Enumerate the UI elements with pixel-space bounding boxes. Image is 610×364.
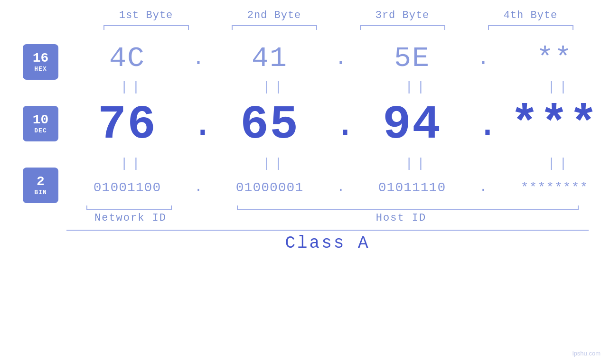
hex-sep1: . bbox=[191, 48, 206, 69]
dec-badge-label: DEC bbox=[34, 127, 47, 134]
hex-sep3: . bbox=[476, 48, 490, 69]
hex-badge: 16 HEX bbox=[23, 44, 58, 80]
hex-row: 4C . 41 . 5E . ** bbox=[63, 39, 610, 77]
network-bracket-line bbox=[86, 205, 172, 210]
eq2-b1: || bbox=[68, 154, 196, 173]
bottom-section: Network ID Host ID Class A bbox=[0, 205, 610, 253]
dec-b1: 76 bbox=[98, 98, 157, 152]
eq1-b3: || bbox=[353, 77, 481, 97]
dec-sep2: . bbox=[334, 106, 348, 144]
hex-b1: 4C bbox=[109, 42, 145, 75]
bin-sep3: . bbox=[476, 181, 490, 194]
dec-sep1: . bbox=[191, 106, 206, 144]
main-container: 1st Byte 2nd Byte 3rd Byte 4th Byte 16 H… bbox=[0, 0, 610, 364]
dec-sep3: . bbox=[476, 106, 490, 144]
bottom-id-labels: Network ID Host ID bbox=[66, 212, 610, 224]
bin-b1-cell: 01001100 bbox=[63, 180, 191, 195]
bin-b4: ******** bbox=[521, 180, 588, 195]
eq1-b4: || bbox=[495, 77, 610, 97]
hex-b2-cell: 41 bbox=[206, 42, 334, 75]
hex-b3: 5E bbox=[394, 42, 430, 75]
dec-row: 76 . 65 . 94 . *** bbox=[63, 97, 610, 154]
bin-row: 01001100 . 01000001 . 01011110 . *******… bbox=[63, 173, 610, 202]
eq1-b2: || bbox=[210, 77, 338, 97]
byte2-header: 2nd Byte bbox=[210, 9, 338, 21]
top-brackets bbox=[0, 25, 610, 30]
dec-badge: 10 DEC bbox=[23, 106, 58, 141]
bracket-byte4 bbox=[467, 25, 595, 30]
bin-badge: 2 BIN bbox=[23, 168, 58, 203]
eq2-b2: || bbox=[210, 154, 338, 173]
byte4-header: 4th Byte bbox=[467, 9, 595, 21]
network-bracket-wrap bbox=[66, 205, 192, 210]
bracket-byte1 bbox=[82, 25, 210, 30]
hex-b2: 41 bbox=[252, 42, 288, 75]
bin-b2-cell: 01000001 bbox=[206, 180, 334, 195]
left-badges: 16 HEX 10 DEC 2 BIN bbox=[0, 39, 58, 203]
bin-b3-cell: 01011110 bbox=[348, 180, 476, 195]
bin-sep1: . bbox=[191, 181, 206, 194]
dec-b3-cell: 94 bbox=[348, 102, 476, 149]
hex-b1-cell: 4C bbox=[63, 42, 191, 75]
dec-b2-cell: 65 bbox=[206, 102, 334, 149]
bracket-byte3 bbox=[338, 25, 467, 30]
bsep1 bbox=[192, 205, 206, 210]
byte3-header: 3rd Byte bbox=[338, 9, 467, 21]
eq2-b3: || bbox=[353, 154, 481, 173]
host-bracket-line bbox=[237, 205, 579, 210]
equals-row-2: || || || || bbox=[63, 154, 610, 173]
hex-sep2: . bbox=[334, 48, 348, 69]
content-area: 16 HEX 10 DEC 2 BIN 4C . 41 bbox=[0, 39, 610, 203]
values-grid: 4C . 41 . 5E . ** || || bbox=[58, 39, 610, 202]
dec-badge-num: 10 bbox=[33, 113, 49, 128]
class-label: Class A bbox=[66, 231, 589, 253]
eq2-b4: || bbox=[495, 154, 610, 173]
bin-b3: 01011110 bbox=[378, 180, 446, 195]
bracket-line-4 bbox=[488, 25, 573, 30]
hex-b4: ** bbox=[536, 42, 572, 75]
bracket-line-3 bbox=[360, 25, 445, 30]
hex-b4-cell: ** bbox=[490, 42, 610, 75]
bin-b1: 01001100 bbox=[94, 180, 161, 195]
bracket-line-2 bbox=[232, 25, 317, 30]
host-id-area: Host ID bbox=[209, 212, 593, 224]
byte1-header: 1st Byte bbox=[82, 9, 210, 21]
id-sep bbox=[195, 212, 209, 224]
bin-sep2: . bbox=[334, 181, 348, 194]
hex-badge-label: HEX bbox=[34, 65, 47, 73]
host-bracket-wrap bbox=[206, 205, 610, 210]
network-id-label: Network ID bbox=[94, 210, 167, 224]
bin-badge-label: BIN bbox=[34, 189, 47, 196]
bin-b2: 01000001 bbox=[236, 180, 303, 195]
bin-b4-cell: ******** bbox=[490, 180, 610, 195]
dec-b4: *** bbox=[510, 98, 599, 152]
hex-b3-cell: 5E bbox=[348, 42, 476, 75]
bracket-line-1 bbox=[103, 25, 189, 30]
eq1-b1: || bbox=[68, 77, 196, 97]
dec-b3: 94 bbox=[383, 98, 441, 152]
bottom-brackets-row bbox=[66, 205, 610, 210]
watermark: ipshu.com bbox=[572, 350, 601, 357]
bracket-byte2 bbox=[210, 25, 338, 30]
dec-b2: 65 bbox=[240, 98, 299, 152]
dec-b1-cell: 76 bbox=[63, 102, 191, 149]
dec-b4-cell: *** bbox=[490, 102, 610, 149]
hex-badge-num: 16 bbox=[33, 51, 49, 66]
equals-row-1: || || || || bbox=[63, 77, 610, 97]
byte-headers: 1st Byte 2nd Byte 3rd Byte 4th Byte bbox=[0, 9, 610, 21]
host-id-label: Host ID bbox=[376, 210, 426, 224]
network-id-area: Network ID bbox=[66, 212, 195, 224]
class-section: Class A bbox=[66, 230, 610, 253]
bin-badge-num: 2 bbox=[37, 175, 45, 189]
